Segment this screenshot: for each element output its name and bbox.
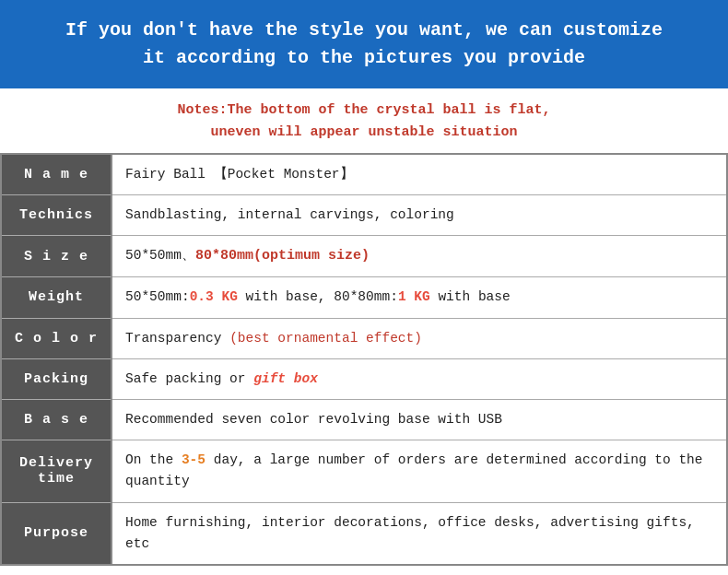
value-packing: Safe packing or gift box	[112, 358, 727, 399]
value-purpose: Home furnishing, interior decorations, o…	[112, 502, 727, 565]
table-row: B a s e Recommended seven color revolvin…	[1, 399, 727, 440]
value-technics: Sandblasting, internal carvings, colorin…	[112, 195, 727, 236]
table-row: Purpose Home furnishing, interior decora…	[1, 502, 727, 565]
packing-gift-highlight: gift box	[253, 371, 318, 386]
value-delivery-time: On the 3-5 day, a large number of orders…	[112, 440, 727, 502]
notes-line2: uneven will appear unstable situation	[18, 122, 710, 144]
info-table: N a m e Fairy Ball 【Pocket Monster】 Tech…	[0, 153, 728, 566]
label-size: S i z e	[1, 236, 112, 277]
label-delivery-time: Delivery time	[1, 440, 112, 502]
label-base: B a s e	[1, 399, 112, 440]
label-packing: Packing	[1, 358, 112, 399]
value-name: Fairy Ball 【Pocket Monster】	[112, 154, 727, 195]
table-row: Technics Sandblasting, internal carvings…	[1, 195, 727, 236]
value-color: Transparency (best ornamental effect)	[112, 318, 727, 358]
delivery-days-highlight: 3-5	[182, 452, 205, 467]
header-line1: If you don't have the style you want, we…	[18, 17, 710, 44]
weight-highlight-1: 0.3 KG	[190, 289, 238, 304]
label-color: C o l o r	[1, 318, 112, 358]
label-weight: Weight	[1, 277, 112, 318]
table-row: S i z e 50*50mm、80*80mm(optimum size)	[1, 236, 727, 277]
value-size: 50*50mm、80*80mm(optimum size)	[112, 236, 727, 277]
notes-section: Notes:The bottom of the crystal ball is …	[0, 88, 728, 153]
weight-highlight-2: 1 KG	[398, 289, 430, 304]
table-row: Packing Safe packing or gift box	[1, 358, 727, 399]
table-row: N a m e Fairy Ball 【Pocket Monster】	[1, 154, 727, 195]
table-row: C o l o r Transparency (best ornamental …	[1, 318, 727, 358]
table-row: Weight 50*50mm:0.3 KG with base, 80*80mm…	[1, 277, 727, 318]
header-line2: it according to the pictures you provide	[18, 44, 710, 72]
label-technics: Technics	[1, 195, 112, 236]
table-row: Delivery time On the 3-5 day, a large nu…	[1, 440, 727, 502]
color-highlight: (best ornamental effect)	[229, 331, 422, 346]
label-purpose: Purpose	[1, 502, 112, 565]
value-base: Recommended seven color revolving base w…	[112, 399, 727, 440]
label-name: N a m e	[1, 154, 112, 195]
notes-line1: Notes:The bottom of the crystal ball is …	[18, 100, 710, 122]
value-weight: 50*50mm:0.3 KG with base, 80*80mm:1 KG w…	[112, 277, 727, 318]
size-highlight: 80*80mm(optimum size)	[195, 248, 370, 264]
header-banner: If you don't have the style you want, we…	[0, 0, 728, 88]
